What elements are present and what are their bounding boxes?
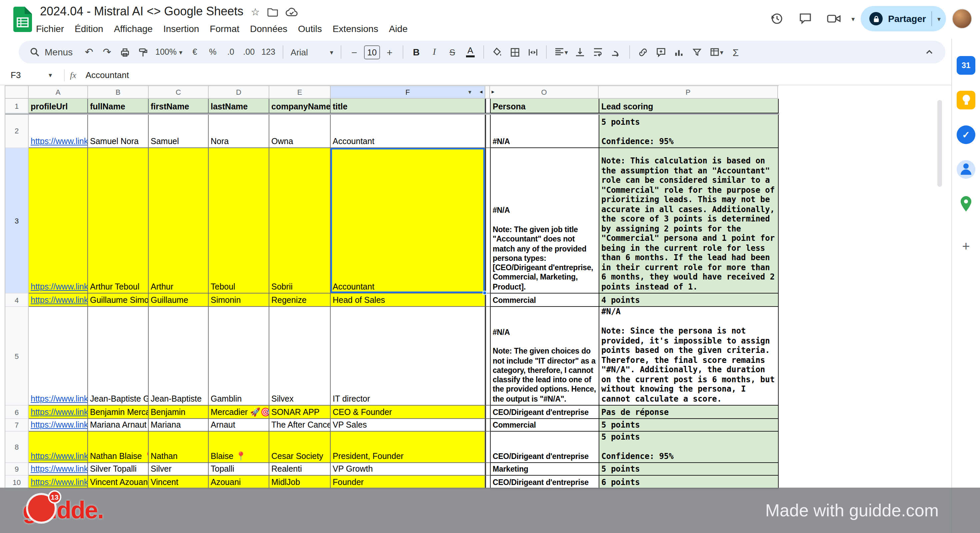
- number-format-button[interactable]: 123: [259, 43, 278, 61]
- undo-button[interactable]: ↶: [81, 43, 97, 61]
- cell-F9[interactable]: VP Growth: [331, 463, 485, 476]
- cell-E7[interactable]: The After Cance: [269, 419, 331, 432]
- user-avatar[interactable]: [952, 9, 972, 29]
- cell-O8[interactable]: CEO/Dirigeant d'entreprise: [491, 432, 599, 463]
- format-currency-button[interactable]: €: [186, 43, 203, 61]
- cell-P7[interactable]: 5 points: [599, 419, 779, 432]
- cell-O6[interactable]: CEO/Dirigeant d'entreprise: [491, 405, 599, 419]
- cell-E5[interactable]: Silvex: [269, 307, 331, 405]
- insert-link-button[interactable]: [635, 43, 651, 61]
- row-header-7[interactable]: 7: [5, 419, 29, 432]
- cell-C7[interactable]: Mariana: [149, 419, 208, 432]
- cell-C9[interactable]: Silver: [149, 463, 208, 476]
- cell-B3[interactable]: Arthur Teboul: [88, 148, 149, 294]
- merge-cells-button[interactable]: [525, 43, 541, 61]
- menu-format[interactable]: Format: [204, 21, 245, 36]
- cell-F5[interactable]: IT director: [331, 307, 485, 405]
- redo-button[interactable]: ↷: [99, 43, 115, 61]
- cell-F2[interactable]: Accountant: [331, 113, 485, 148]
- cell-B8[interactable]: Nathan Blaise 📍: [88, 432, 149, 463]
- insert-chart-button[interactable]: [671, 43, 687, 61]
- cell-D9[interactable]: Topalli: [208, 463, 269, 476]
- meet-dropdown-icon[interactable]: ▾: [851, 15, 855, 22]
- horizontal-align-button[interactable]: ▾: [551, 43, 571, 61]
- italic-button[interactable]: I: [426, 43, 443, 61]
- cell-A5[interactable]: https://www.linke: [29, 307, 88, 405]
- decrease-decimals-button[interactable]: .0: [222, 43, 239, 61]
- cell-P2[interactable]: 5 points Confidence: 95%: [599, 113, 779, 148]
- frozen-row-divider[interactable]: [5, 113, 780, 115]
- cell-P4[interactable]: 4 points: [599, 294, 779, 307]
- cell-C2[interactable]: Samuel: [149, 113, 208, 148]
- add-app-icon[interactable]: +: [962, 239, 970, 254]
- row-header-10[interactable]: 10: [5, 476, 29, 489]
- move-folder-icon[interactable]: [267, 7, 278, 16]
- vertical-align-button[interactable]: [572, 43, 589, 61]
- menu-outils[interactable]: Outils: [293, 21, 327, 36]
- cell-F8[interactable]: President, Founder: [331, 432, 485, 463]
- cell-D7[interactable]: Arnaut: [208, 419, 269, 432]
- row-header-9[interactable]: 9: [5, 463, 29, 476]
- cell-P5[interactable]: #N/A Note: Since the persona is not prov…: [599, 307, 779, 405]
- menus-search-button[interactable]: Menus: [27, 47, 80, 57]
- select-all-corner[interactable]: [5, 86, 29, 99]
- table-views-button[interactable]: ▾: [707, 43, 726, 61]
- cell-O3[interactable]: #N/A Note: The given job title "Accounta…: [491, 148, 599, 294]
- cell-A9[interactable]: https://www.linke: [29, 463, 88, 476]
- row-header-8[interactable]: 8: [5, 432, 29, 463]
- decrease-font-size-button[interactable]: −: [346, 43, 363, 61]
- cell-E8[interactable]: Cesar Society: [269, 432, 331, 463]
- cell-E2[interactable]: Owna: [269, 113, 331, 148]
- cell-D4[interactable]: Simonin: [208, 294, 269, 307]
- cell-B1[interactable]: fullName: [88, 99, 149, 113]
- cell-D2[interactable]: Nora: [208, 113, 269, 148]
- text-wrap-button[interactable]: [590, 43, 607, 61]
- hidden-columns-left-arrow-icon[interactable]: ◄: [479, 89, 483, 94]
- cell-A3[interactable]: https://www.linke: [29, 148, 88, 294]
- row-header-2[interactable]: 2: [5, 113, 29, 148]
- zoom-select[interactable]: 100% ▾: [153, 43, 185, 61]
- hidden-columns-right-arrow-icon[interactable]: ►: [491, 89, 495, 94]
- cell-E4[interactable]: Regenize: [269, 294, 331, 307]
- cell-A10[interactable]: https://www.linke: [29, 476, 88, 489]
- column-dropdown-icon[interactable]: ▾: [468, 89, 471, 96]
- cell-E6[interactable]: SONAR APP: [269, 405, 331, 419]
- cell-F10[interactable]: Founder: [331, 476, 485, 489]
- row-header-6[interactable]: 6: [5, 405, 29, 419]
- contacts-icon[interactable]: [957, 160, 975, 179]
- cell-O4[interactable]: Commercial: [491, 294, 599, 307]
- cell-D6[interactable]: Mercadier 🚀🎯: [208, 405, 269, 419]
- cell-A6[interactable]: https://www.linke: [29, 405, 88, 419]
- hide-toolbar-button[interactable]: [921, 43, 937, 61]
- cell-D5[interactable]: Gamblin: [208, 307, 269, 405]
- create-filter-button[interactable]: [689, 43, 705, 61]
- text-color-button[interactable]: A: [462, 43, 479, 61]
- cell-F1[interactable]: title: [331, 99, 485, 113]
- menu-données[interactable]: Données: [245, 21, 293, 36]
- star-icon[interactable]: ☆: [251, 6, 260, 18]
- vertical-scrollbar[interactable]: [937, 100, 942, 187]
- cell-P8[interactable]: 5 points Confidence: 95%: [599, 432, 779, 463]
- font-size-input[interactable]: 10: [364, 45, 380, 59]
- cell-F4[interactable]: Head of Sales: [331, 294, 485, 307]
- cell-E10[interactable]: MidlJob: [269, 476, 331, 489]
- menu-fichier[interactable]: Fichier: [31, 21, 69, 36]
- cell-F3[interactable]: Accountant: [331, 148, 485, 294]
- formula-input[interactable]: Accountant: [86, 70, 129, 80]
- cell-C5[interactable]: Jean-Baptiste: [149, 307, 208, 405]
- column-header-C[interactable]: C: [149, 86, 208, 99]
- cell-B4[interactable]: Guillaume Simonin: [88, 294, 149, 307]
- font-family-select[interactable]: Arial ▾: [288, 43, 336, 61]
- cell-F6[interactable]: CEO & Founder: [331, 405, 485, 419]
- cell-E1[interactable]: companyName: [269, 99, 331, 113]
- fill-handle[interactable]: [483, 291, 487, 295]
- comment-history-icon[interactable]: [794, 7, 817, 30]
- cell-B9[interactable]: Silver Topalli: [88, 463, 149, 476]
- cell-O2[interactable]: #N/A: [491, 113, 599, 148]
- menu-aide[interactable]: Aide: [383, 21, 413, 36]
- cell-O9[interactable]: Marketing: [491, 463, 599, 476]
- cell-D1[interactable]: lastName: [208, 99, 269, 113]
- maps-icon[interactable]: [957, 195, 975, 214]
- cell-P9[interactable]: 5 points: [599, 463, 779, 476]
- cell-O1[interactable]: Persona: [491, 99, 599, 113]
